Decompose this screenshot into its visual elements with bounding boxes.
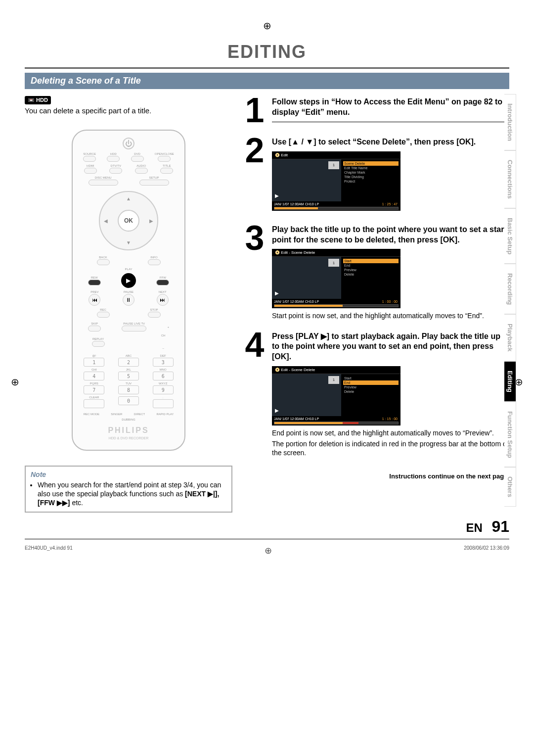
print-crosshair-bottom: ⊕	[265, 545, 272, 556]
remote-label: OPEN/CLOSE	[155, 152, 174, 155]
osd-menu-item: Edit Title Name	[343, 166, 399, 170]
step-note: The portion for deletion is indicated in…	[272, 439, 509, 457]
hdd-badge-label: HDD	[36, 97, 48, 103]
keypad-number: 0	[118, 396, 139, 405]
keypad-number	[153, 399, 174, 408]
page-language: EN	[466, 521, 483, 534]
remote-label: DUBBING	[78, 418, 179, 421]
side-tabs: IntroductionConnectionsBasic SetupRecord…	[504, 94, 516, 507]
remote-btn	[83, 156, 96, 162]
side-tab-introduction: Introduction	[504, 94, 516, 150]
footer-rule	[25, 539, 509, 539]
keypad-letters: JKL	[126, 368, 131, 371]
up-arrow-icon: ▲	[126, 196, 131, 201]
remote-label: DTV/TV	[111, 164, 121, 167]
remote-btn	[139, 180, 169, 186]
remote-label: REC	[100, 308, 106, 311]
play-icon: ▶	[275, 290, 279, 296]
remote-label: DVD	[134, 152, 140, 155]
osd-menu-item: Protect	[343, 179, 399, 184]
note-heading: Note	[31, 471, 226, 478]
keypad-letters: PQRS	[90, 382, 98, 385]
remote-btn	[89, 180, 118, 186]
keypad-number: 9	[153, 385, 174, 394]
ok-button: OK	[118, 210, 139, 232]
osd-title: 📀 Edit	[272, 151, 400, 159]
next-icon: ⏭	[157, 294, 169, 306]
remote-label: REW	[91, 276, 98, 279]
remote-label: SETUP	[149, 176, 159, 179]
remote-label: TITLE	[163, 164, 171, 167]
remote-btn	[92, 341, 105, 347]
step-number: 3	[242, 223, 267, 321]
side-tab-others: Others	[504, 467, 516, 507]
osd-footer-text: JAN/ 1/07 12:00AM CH10 LP	[274, 417, 399, 421]
osd-menu-item: Scene Delete	[343, 161, 399, 166]
osd-time: 1 : 00 : 00	[382, 300, 398, 303]
remote-label: SINGER	[111, 413, 122, 416]
step-text: Play back the title up to the point wher…	[272, 225, 509, 245]
note-box: Note When you search for the start/end p…	[25, 466, 232, 513]
remote-label: SKIP	[91, 322, 98, 325]
keypad-number	[84, 399, 104, 408]
osd-menu-item: Preview	[343, 268, 399, 272]
keypad-letters: WXYZ	[159, 382, 167, 385]
right-arrow-icon: ▶	[149, 218, 153, 224]
print-crosshair-top: ⊕	[25, 20, 509, 32]
play-icon: ▶	[121, 273, 136, 288]
page-title: EDITING	[25, 42, 509, 62]
device-model: HDD & DVD RECORDER	[78, 436, 179, 440]
power-icon: ⏻	[123, 138, 134, 149]
remote-label: DIRECT	[134, 413, 145, 416]
osd-progress-bar	[274, 304, 399, 307]
remote-btn	[97, 312, 110, 318]
intro-text: You can delete a specific part of a titl…	[25, 106, 232, 115]
side-tab-editing: Editing	[504, 361, 516, 402]
remote-label: FFW	[160, 276, 166, 279]
osd-screen: 📀 Edit - Scene Delete1▶StartEndPreviewDe…	[272, 249, 400, 308]
remote-label: STOP	[150, 308, 158, 311]
remote-btn	[84, 168, 97, 174]
continue-text: Instructions continue on the next page.	[242, 472, 509, 480]
page-number: 91	[491, 518, 509, 535]
remote-label: NEXT	[159, 290, 167, 293]
osd-menu-item: Preview	[343, 385, 399, 389]
osd-menu-item: Delete	[343, 272, 399, 277]
remote-label: REPLAY	[92, 337, 104, 340]
remote-btn	[88, 326, 101, 331]
remote-btn	[158, 156, 171, 162]
step-number: 4	[242, 330, 267, 458]
keypad-letters: MNO	[160, 368, 167, 371]
osd-time: 1 : 15 : 00	[382, 417, 398, 421]
osd-thumbnail: 1	[328, 161, 339, 169]
step-note: End point is now set, and the highlight …	[272, 428, 509, 437]
step-1: 1 Follow steps in “How to Access the Edi…	[242, 95, 509, 126]
keypad-number: 4	[84, 372, 104, 380]
remote-label: DISC MENU	[95, 176, 112, 179]
step-4: 4 Press [PLAY ▶] to start playback again…	[242, 330, 509, 458]
pause-icon: ⏸	[123, 294, 134, 306]
remote-label: REC MODE	[84, 413, 99, 416]
print-date: 2008/06/02 13:36:09	[464, 545, 509, 556]
keypad-letters: GHI	[91, 368, 97, 371]
keypad-number: 7	[84, 385, 104, 394]
note-item: When you search for the start/end point …	[38, 480, 226, 508]
nav-wheel: ▲ ▼ ◀ ▶ OK	[99, 191, 158, 250]
remote-btn	[148, 312, 161, 318]
brand-logo: PHILIPS	[78, 426, 179, 435]
remote-label: INFO	[150, 256, 157, 259]
remote-btn	[97, 259, 110, 265]
remote-btn	[156, 280, 169, 285]
remote-label: HDD	[110, 152, 117, 155]
osd-screen: 📀 Edit1▶Scene DeleteEdit Title NameChapt…	[272, 151, 400, 211]
left-arrow-icon: ◀	[104, 218, 108, 224]
osd-footer-text: JAN/ 1/07 12:00AM CH10 LP	[274, 202, 399, 206]
side-tab-playback: Playback	[504, 314, 516, 361]
keypad-number: 6	[153, 372, 174, 380]
osd-menu-item: Start	[343, 376, 399, 380]
keypad-letters: @!	[92, 354, 96, 357]
remote-label: PAUSE	[124, 290, 134, 293]
remote-label: HDMI	[87, 164, 94, 167]
remote-btn	[160, 168, 173, 174]
osd-screen: 📀 Edit - Scene Delete1▶StartEndPreviewDe…	[272, 366, 400, 425]
